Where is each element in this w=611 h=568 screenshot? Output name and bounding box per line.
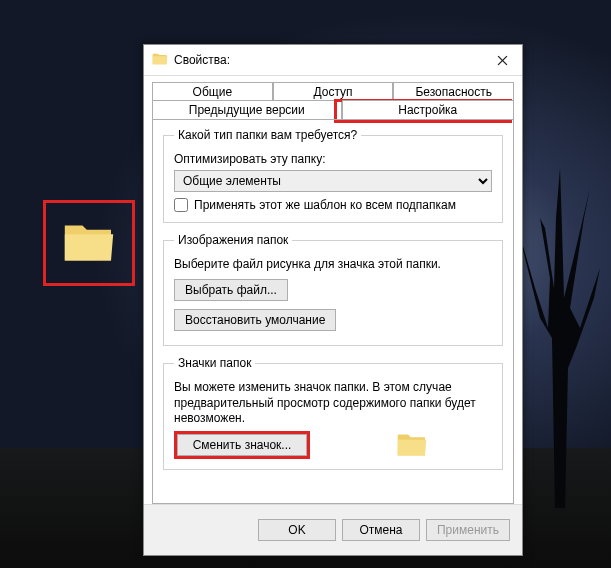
folder-icon	[152, 52, 168, 68]
tab-security[interactable]: Безопасность	[393, 82, 514, 101]
tab-strip: Общие Доступ Безопасность Предыдущие вер…	[144, 76, 522, 119]
group-folder-type-legend: Какой тип папки вам требуется?	[174, 128, 361, 142]
optimize-combo[interactable]: Общие элементы	[174, 170, 492, 192]
folder-icon-preview	[396, 432, 428, 460]
change-icon-button[interactable]: Сменить значок...	[177, 434, 307, 456]
optimize-label: Оптимизировать эту папку:	[174, 152, 492, 166]
group-folder-icons: Значки папок Вы можете изменить значок п…	[163, 356, 503, 470]
tab-general[interactable]: Общие	[152, 82, 273, 101]
tab-sharing[interactable]: Доступ	[273, 82, 394, 101]
properties-dialog: Свойства: Общие Доступ Безопасность Пред…	[143, 44, 523, 556]
dialog-title: Свойства:	[174, 53, 482, 67]
apply-button[interactable]: Применить	[426, 519, 510, 541]
dialog-button-bar: OK Отмена Применить	[144, 504, 522, 555]
desktop-folder-highlight	[43, 200, 135, 286]
group-folder-images-legend: Изображения папок	[174, 233, 292, 247]
desktop-background: Свойства: Общие Доступ Безопасность Пред…	[0, 0, 611, 568]
group-folder-icons-legend: Значки папок	[174, 356, 255, 370]
close-button[interactable]	[482, 45, 522, 75]
apply-subfolders-checkbox[interactable]	[174, 198, 188, 212]
ok-button[interactable]: OK	[258, 519, 336, 541]
change-icon-highlight: Сменить значок...	[174, 431, 310, 459]
folder-images-desc: Выберите файл рисунка для значка этой па…	[174, 257, 492, 271]
choose-file-button[interactable]: Выбрать файл...	[174, 279, 288, 301]
tab-panel-customize: Какой тип папки вам требуется? Оптимизир…	[152, 119, 514, 504]
apply-subfolders-label: Применять этот же шаблон ко всем подпапк…	[194, 198, 456, 212]
group-folder-type: Какой тип папки вам требуется? Оптимизир…	[163, 128, 503, 223]
restore-default-button[interactable]: Восстановить умолчание	[174, 309, 336, 331]
close-icon	[497, 55, 508, 66]
group-folder-images: Изображения папок Выберите файл рисунка …	[163, 233, 503, 346]
titlebar: Свойства:	[144, 45, 522, 76]
folder-icon[interactable]	[62, 221, 116, 265]
folder-icons-desc: Вы можете изменить значок папки. В этом …	[174, 380, 492, 427]
tab-customize[interactable]: Настройка	[342, 100, 514, 119]
cancel-button[interactable]: Отмена	[342, 519, 420, 541]
tab-previous-versions[interactable]: Предыдущие версии	[152, 100, 342, 119]
